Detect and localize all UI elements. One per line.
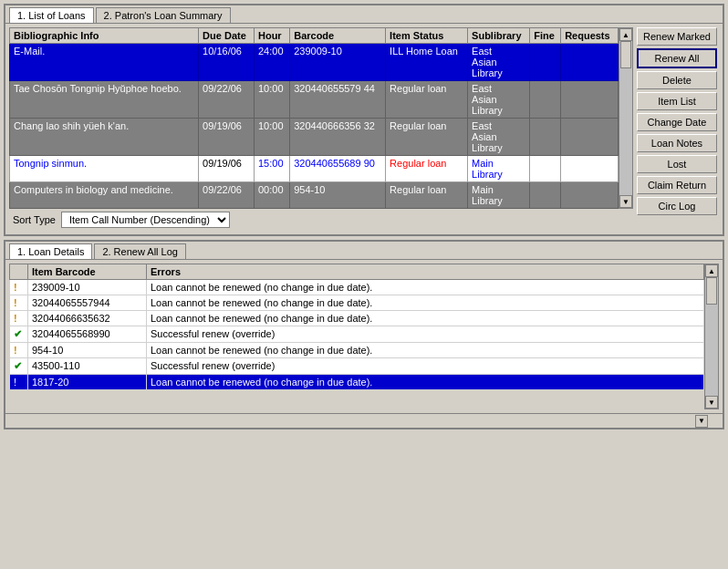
item-list-button[interactable]: Item List (637, 92, 717, 110)
scroll-up-button[interactable]: ▲ (705, 264, 718, 277)
cell-bib: Tongnip sinmun. (10, 156, 199, 182)
scroll-down-button[interactable]: ▼ (619, 195, 632, 208)
tab-loan-details[interactable]: 1. Loan Details (9, 243, 92, 259)
cell-hour: 10:00 (254, 119, 289, 156)
error-icon: ! (10, 295, 28, 311)
sort-bar: Sort Type Item Call Number (Descending) (9, 209, 633, 231)
cell-bib: Tae Chosŏn Tongnip Hyŭphoe hoebo. (10, 81, 199, 119)
cell-bib: Computers in biology and medicine. (10, 182, 199, 209)
scroll-thumb[interactable] (706, 277, 717, 305)
error-row[interactable]: ! 954-10 Loan cannot be renewed (no chan… (10, 343, 704, 358)
error-row[interactable]: ✔ 32044065568990 Successful renew (overr… (10, 326, 704, 343)
error-message: Loan cannot be renewed (no change in due… (147, 295, 704, 311)
warn-icon: ! (14, 282, 17, 293)
table-row[interactable]: E-Mail. 10/16/06 24:00 239009-10 ILL Hom… (10, 44, 619, 81)
table-row[interactable]: Tongnip sinmun. 09/19/06 15:00 320440655… (10, 156, 619, 182)
error-row[interactable]: ! 32044066635632 Loan cannot be renewed … (10, 311, 704, 326)
scroll-thumb[interactable] (620, 41, 631, 68)
warn-icon: ! (14, 297, 17, 308)
cell-sub: EastAsianLibrary (468, 44, 530, 81)
error-row[interactable]: ! 239009-10 Loan cannot be renewed (no c… (10, 280, 704, 295)
circ-log-button[interactable]: Circ Log (637, 197, 717, 215)
cell-status: ILL Home Loan (386, 44, 468, 81)
change-date-button[interactable]: Change Date (637, 113, 717, 131)
error-row[interactable]: ! 32044065557944 Loan cannot be renewed … (10, 295, 704, 311)
col-fine: Fine (530, 28, 561, 44)
error-icon: ! (10, 280, 28, 295)
cell-status: Regular loan (386, 119, 468, 156)
cell-barcode: 954-10 (290, 182, 386, 209)
cell-barcode: 320440655579 44 (290, 81, 386, 119)
cell-due: 10/16/06 (199, 44, 255, 81)
cell-hour: 00:00 (254, 182, 289, 209)
error-row[interactable]: ✔ 43500-110 Successful renew (override) (10, 358, 704, 375)
col-requests: Requests (561, 28, 619, 44)
warn-icon: ! (14, 313, 17, 324)
error-icon: ! (10, 375, 28, 390)
error-barcode: 32044066635632 (28, 311, 147, 326)
loans-table-scrollbar[interactable]: ▲ ▼ (619, 27, 633, 209)
warn-icon: ! (14, 377, 16, 388)
cell-hour: 24:00 (254, 44, 289, 81)
error-barcode: 43500-110 (28, 358, 147, 375)
error-barcode: 954-10 (28, 343, 147, 358)
error-message: Loan cannot be renewed (no change in due… (147, 343, 704, 358)
tab-list-of-loans[interactable]: 1. List of Loans (9, 7, 94, 23)
cell-requests (561, 81, 619, 119)
loans-table: Bibliographic Info Due Date Hour Barcode… (9, 27, 619, 209)
bottom-panel-content: Item Barcode Errors ! 239009-10 Loan can… (5, 260, 723, 413)
error-row[interactable]: ! 1817-20 Loan cannot be renewed (no cha… (10, 375, 704, 390)
cell-status: Regular loan (386, 156, 468, 182)
loans-table-section: Bibliographic Info Due Date Hour Barcode… (9, 27, 633, 231)
cell-fine (530, 119, 561, 156)
tab-patron-loan-summary[interactable]: 2. Patron's Loan Summary (96, 7, 231, 23)
error-barcode: 32044065568990 (28, 326, 147, 343)
cell-barcode: 320440666356 32 (290, 119, 386, 156)
error-barcode: 32044065557944 (28, 295, 147, 311)
cell-requests (561, 119, 619, 156)
cell-fine (530, 156, 561, 182)
renew-marked-button[interactable]: Renew Marked (637, 27, 717, 46)
cell-requests (561, 182, 619, 209)
action-buttons: Renew Marked Renew All Delete Item List … (637, 27, 719, 231)
sort-type-select[interactable]: Item Call Number (Descending) (61, 212, 230, 228)
table-row[interactable]: Tae Chosŏn Tongnip Hyŭphoe hoebo. 09/22/… (10, 81, 619, 119)
cell-hour: 10:00 (254, 81, 289, 119)
ok-icon: ✔ (14, 328, 22, 339)
cell-sub: EastAsianLibrary (468, 119, 530, 156)
cell-due: 09/19/06 (199, 119, 255, 156)
error-table-section: Item Barcode Errors ! 239009-10 Loan can… (9, 264, 704, 409)
table-row[interactable]: Chang lao shih yüeh k'an. 09/19/06 10:00… (10, 119, 619, 156)
cell-fine (530, 182, 561, 209)
cell-status: Regular loan (386, 182, 468, 209)
loan-notes-button[interactable]: Loan Notes (637, 134, 717, 152)
tab-renew-all-log[interactable]: 2. Renew All Log (94, 243, 186, 259)
top-panel: 1. List of Loans 2. Patron's Loan Summar… (4, 4, 724, 236)
error-table-scrollbar[interactable]: ▲ ▼ (704, 264, 719, 409)
scroll-up-button[interactable]: ▲ (619, 28, 632, 41)
cell-fine (530, 81, 561, 119)
hscroll-right-button[interactable]: ▼ (695, 415, 708, 428)
error-icon: ! (10, 311, 28, 326)
error-barcode: 239009-10 (28, 280, 147, 295)
col-bib: Bibliographic Info (10, 28, 199, 44)
cell-sub: MainLibrary (468, 156, 530, 182)
cell-requests (561, 44, 619, 81)
lost-button[interactable]: Lost (637, 155, 717, 173)
scroll-track (705, 277, 718, 396)
top-panel-content: Bibliographic Info Due Date Hour Barcode… (5, 24, 723, 234)
delete-button[interactable]: Delete (637, 71, 717, 89)
error-message: Loan cannot be renewed (no change in due… (147, 311, 704, 326)
renew-all-button[interactable]: Renew All (637, 48, 717, 68)
scroll-down-button[interactable]: ▼ (705, 396, 718, 409)
error-table: Item Barcode Errors ! 239009-10 Loan can… (9, 264, 704, 390)
scroll-track (619, 41, 632, 195)
error-message: Loan cannot be renewed (no change in due… (147, 375, 704, 390)
error-icon: ✔ (10, 358, 28, 375)
cell-bib: E-Mail. (10, 44, 199, 81)
cell-status: Regular loan (386, 81, 468, 119)
claim-return-button[interactable]: Claim Return (637, 176, 717, 194)
col-errors: Errors (147, 264, 704, 280)
table-row[interactable]: Computers in biology and medicine. 09/22… (10, 182, 619, 209)
top-tab-bar: 1. List of Loans 2. Patron's Loan Summar… (5, 5, 723, 24)
